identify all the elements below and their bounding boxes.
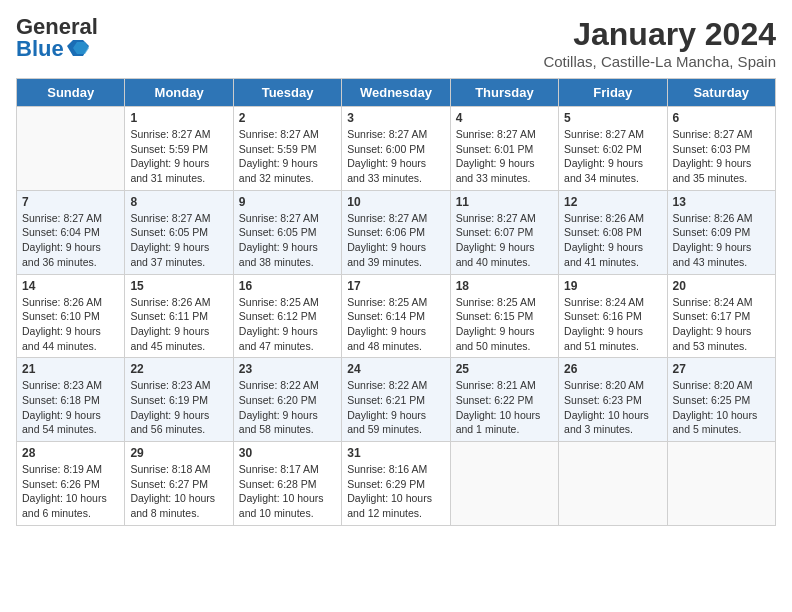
day-cell xyxy=(559,442,667,526)
day-cell: 21 Sunrise: 8:23 AM Sunset: 6:18 PM Dayl… xyxy=(17,358,125,442)
sunset-text: Sunset: 6:12 PM xyxy=(239,310,317,322)
day-cell: 19 Sunrise: 8:24 AM Sunset: 6:16 PM Dayl… xyxy=(559,274,667,358)
sunset-text: Sunset: 6:05 PM xyxy=(239,226,317,238)
day-number: 4 xyxy=(456,111,553,125)
sunrise-text: Sunrise: 8:27 AM xyxy=(673,128,753,140)
week-row-5: 28 Sunrise: 8:19 AM Sunset: 6:26 PM Dayl… xyxy=(17,442,776,526)
day-info: Sunrise: 8:26 AM Sunset: 6:08 PM Dayligh… xyxy=(564,211,661,270)
day-cell: 14 Sunrise: 8:26 AM Sunset: 6:10 PM Dayl… xyxy=(17,274,125,358)
sunrise-text: Sunrise: 8:27 AM xyxy=(239,128,319,140)
day-number: 12 xyxy=(564,195,661,209)
day-number: 26 xyxy=(564,362,661,376)
page-header: General Blue January 2024 Cotillas, Cast… xyxy=(16,16,776,70)
sunrise-text: Sunrise: 8:26 AM xyxy=(130,296,210,308)
sunset-text: Sunset: 5:59 PM xyxy=(130,143,208,155)
sunset-text: Sunset: 6:23 PM xyxy=(564,394,642,406)
sunset-text: Sunset: 6:01 PM xyxy=(456,143,534,155)
day-number: 10 xyxy=(347,195,444,209)
sunrise-text: Sunrise: 8:18 AM xyxy=(130,463,210,475)
logo-general-text: General xyxy=(16,16,98,38)
weekday-header-monday: Monday xyxy=(125,79,233,107)
sunset-text: Sunset: 6:06 PM xyxy=(347,226,425,238)
sunset-text: Sunset: 6:22 PM xyxy=(456,394,534,406)
day-number: 22 xyxy=(130,362,227,376)
sunrise-text: Sunrise: 8:22 AM xyxy=(347,379,427,391)
sunrise-text: Sunrise: 8:25 AM xyxy=(456,296,536,308)
sunrise-text: Sunrise: 8:25 AM xyxy=(239,296,319,308)
title-block: January 2024 Cotillas, Castille-La Manch… xyxy=(543,16,776,70)
day-cell: 15 Sunrise: 8:26 AM Sunset: 6:11 PM Dayl… xyxy=(125,274,233,358)
sunset-text: Sunset: 6:17 PM xyxy=(673,310,751,322)
sunset-text: Sunset: 6:03 PM xyxy=(673,143,751,155)
day-info: Sunrise: 8:18 AM Sunset: 6:27 PM Dayligh… xyxy=(130,462,227,521)
daylight-text: Daylight: 10 hours and 12 minutes. xyxy=(347,492,432,519)
daylight-text: Daylight: 9 hours and 35 minutes. xyxy=(673,157,752,184)
day-info: Sunrise: 8:25 AM Sunset: 6:12 PM Dayligh… xyxy=(239,295,336,354)
daylight-text: Daylight: 9 hours and 50 minutes. xyxy=(456,325,535,352)
sunrise-text: Sunrise: 8:26 AM xyxy=(564,212,644,224)
sunset-text: Sunset: 5:59 PM xyxy=(239,143,317,155)
day-number: 14 xyxy=(22,279,119,293)
daylight-text: Daylight: 9 hours and 47 minutes. xyxy=(239,325,318,352)
day-info: Sunrise: 8:24 AM Sunset: 6:17 PM Dayligh… xyxy=(673,295,770,354)
day-number: 28 xyxy=(22,446,119,460)
day-info: Sunrise: 8:27 AM Sunset: 6:05 PM Dayligh… xyxy=(130,211,227,270)
day-cell: 7 Sunrise: 8:27 AM Sunset: 6:04 PM Dayli… xyxy=(17,190,125,274)
day-info: Sunrise: 8:21 AM Sunset: 6:22 PM Dayligh… xyxy=(456,378,553,437)
logo-icon xyxy=(67,38,89,60)
day-info: Sunrise: 8:17 AM Sunset: 6:28 PM Dayligh… xyxy=(239,462,336,521)
day-cell: 8 Sunrise: 8:27 AM Sunset: 6:05 PM Dayli… xyxy=(125,190,233,274)
day-info: Sunrise: 8:16 AM Sunset: 6:29 PM Dayligh… xyxy=(347,462,444,521)
day-cell: 3 Sunrise: 8:27 AM Sunset: 6:00 PM Dayli… xyxy=(342,107,450,191)
sunset-text: Sunset: 6:08 PM xyxy=(564,226,642,238)
daylight-text: Daylight: 9 hours and 31 minutes. xyxy=(130,157,209,184)
day-info: Sunrise: 8:22 AM Sunset: 6:20 PM Dayligh… xyxy=(239,378,336,437)
weekday-header-friday: Friday xyxy=(559,79,667,107)
sunset-text: Sunset: 6:02 PM xyxy=(564,143,642,155)
sunset-text: Sunset: 6:00 PM xyxy=(347,143,425,155)
sunset-text: Sunset: 6:18 PM xyxy=(22,394,100,406)
day-info: Sunrise: 8:27 AM Sunset: 6:00 PM Dayligh… xyxy=(347,127,444,186)
month-year-title: January 2024 xyxy=(543,16,776,53)
daylight-text: Daylight: 10 hours and 1 minute. xyxy=(456,409,541,436)
day-cell: 28 Sunrise: 8:19 AM Sunset: 6:26 PM Dayl… xyxy=(17,442,125,526)
day-number: 9 xyxy=(239,195,336,209)
day-number: 25 xyxy=(456,362,553,376)
sunrise-text: Sunrise: 8:22 AM xyxy=(239,379,319,391)
day-cell: 24 Sunrise: 8:22 AM Sunset: 6:21 PM Dayl… xyxy=(342,358,450,442)
day-cell: 1 Sunrise: 8:27 AM Sunset: 5:59 PM Dayli… xyxy=(125,107,233,191)
sunrise-text: Sunrise: 8:25 AM xyxy=(347,296,427,308)
sunrise-text: Sunrise: 8:26 AM xyxy=(673,212,753,224)
sunrise-text: Sunrise: 8:27 AM xyxy=(347,128,427,140)
daylight-text: Daylight: 9 hours and 59 minutes. xyxy=(347,409,426,436)
weekday-header-wednesday: Wednesday xyxy=(342,79,450,107)
day-info: Sunrise: 8:23 AM Sunset: 6:19 PM Dayligh… xyxy=(130,378,227,437)
day-cell xyxy=(450,442,558,526)
day-cell: 6 Sunrise: 8:27 AM Sunset: 6:03 PM Dayli… xyxy=(667,107,775,191)
day-info: Sunrise: 8:19 AM Sunset: 6:26 PM Dayligh… xyxy=(22,462,119,521)
day-number: 3 xyxy=(347,111,444,125)
weekday-header-tuesday: Tuesday xyxy=(233,79,341,107)
day-number: 20 xyxy=(673,279,770,293)
sunrise-text: Sunrise: 8:21 AM xyxy=(456,379,536,391)
day-number: 29 xyxy=(130,446,227,460)
day-info: Sunrise: 8:20 AM Sunset: 6:25 PM Dayligh… xyxy=(673,378,770,437)
day-cell: 16 Sunrise: 8:25 AM Sunset: 6:12 PM Dayl… xyxy=(233,274,341,358)
location-subtitle: Cotillas, Castille-La Mancha, Spain xyxy=(543,53,776,70)
day-number: 5 xyxy=(564,111,661,125)
daylight-text: Daylight: 10 hours and 6 minutes. xyxy=(22,492,107,519)
day-number: 19 xyxy=(564,279,661,293)
day-cell: 4 Sunrise: 8:27 AM Sunset: 6:01 PM Dayli… xyxy=(450,107,558,191)
day-cell: 2 Sunrise: 8:27 AM Sunset: 5:59 PM Dayli… xyxy=(233,107,341,191)
sunrise-text: Sunrise: 8:26 AM xyxy=(22,296,102,308)
day-cell: 9 Sunrise: 8:27 AM Sunset: 6:05 PM Dayli… xyxy=(233,190,341,274)
sunrise-text: Sunrise: 8:27 AM xyxy=(456,128,536,140)
week-row-2: 7 Sunrise: 8:27 AM Sunset: 6:04 PM Dayli… xyxy=(17,190,776,274)
day-cell: 13 Sunrise: 8:26 AM Sunset: 6:09 PM Dayl… xyxy=(667,190,775,274)
day-number: 31 xyxy=(347,446,444,460)
sunset-text: Sunset: 6:09 PM xyxy=(673,226,751,238)
day-cell: 22 Sunrise: 8:23 AM Sunset: 6:19 PM Dayl… xyxy=(125,358,233,442)
week-row-3: 14 Sunrise: 8:26 AM Sunset: 6:10 PM Dayl… xyxy=(17,274,776,358)
week-row-1: 1 Sunrise: 8:27 AM Sunset: 5:59 PM Dayli… xyxy=(17,107,776,191)
day-info: Sunrise: 8:20 AM Sunset: 6:23 PM Dayligh… xyxy=(564,378,661,437)
